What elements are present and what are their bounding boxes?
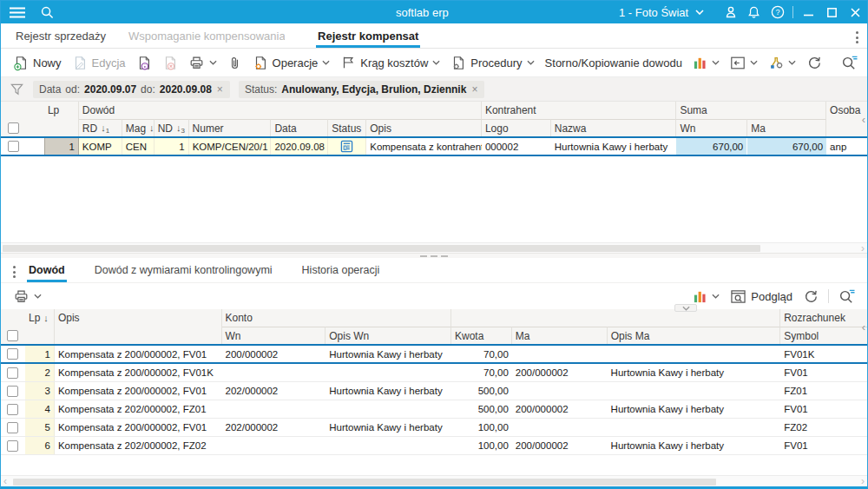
cell-konto-ma: 200/000002 xyxy=(512,400,608,418)
new-button[interactable]: Nowy xyxy=(8,51,67,75)
column-group-dowod[interactable]: Dowód xyxy=(79,102,482,119)
row-checkbox[interactable] xyxy=(7,422,18,433)
edit-document-icon xyxy=(72,55,88,71)
column-header-status[interactable]: Status xyxy=(328,119,366,136)
column-header-mag[interactable]: Mag↓2 xyxy=(122,119,155,136)
detail-grid-hscrollbar[interactable]: ‹ › xyxy=(1,475,867,486)
tabbar-overflow-menu[interactable] xyxy=(854,30,860,45)
refresh-button[interactable] xyxy=(801,51,827,74)
column-header-nazwa[interactable]: Nazwa xyxy=(551,119,677,136)
printer-icon xyxy=(188,55,205,70)
entry-row[interactable]: 1 Kompensata z 200/000002, FV01 200/0000… xyxy=(1,344,867,364)
cell-opis-ma: Hurtownia Kawy i herbaty xyxy=(608,437,781,454)
cell-konto-ma xyxy=(512,346,608,362)
filter-chip-data[interactable]: Data od: 2020.09.07 do: 2020.09.08 × xyxy=(33,81,230,98)
view-settings-button[interactable] xyxy=(763,51,801,74)
column-header-konto-wn[interactable]: Wn xyxy=(222,327,326,344)
column-group-kontrahent[interactable]: Kontrahent xyxy=(482,102,677,119)
documents-grid-hscrollbar[interactable]: › xyxy=(1,242,867,253)
column-group-suma[interactable]: Suma xyxy=(676,102,826,119)
company-selector[interactable]: 1 - Foto Świat xyxy=(619,6,704,19)
detail-search-button[interactable] xyxy=(833,285,860,307)
entry-row[interactable]: 2 Kompensata z 200/000002, FV01K 70,00 2… xyxy=(1,364,867,382)
user-icon[interactable] xyxy=(719,1,742,23)
column-header-kwota[interactable]: Kwota xyxy=(451,327,512,344)
document-delete-button[interactable] xyxy=(157,51,183,75)
column-header-lp[interactable]: Lp xyxy=(44,102,79,119)
detail-tab-menu[interactable] xyxy=(11,264,17,280)
operations-button[interactable]: Operacje xyxy=(247,51,336,75)
tab-dowod[interactable]: Dowód xyxy=(27,258,67,282)
preview-button[interactable]: Podgląd xyxy=(725,286,798,307)
tab-dowod-wymiary[interactable]: Dowód z wymiarami kontrolingowymi xyxy=(93,258,274,282)
procedures-button[interactable]: Procedury xyxy=(445,51,539,75)
tab-rejestr-sprzedazy[interactable]: Rejestr sprzedaży xyxy=(14,23,108,48)
chevron-down-icon xyxy=(432,60,440,65)
tab-wspomaganie-kompensowania[interactable]: Wspomaganie kompensowania rozrach xyxy=(127,23,285,48)
entry-row[interactable]: 5 Kompensata z 200/000002, FV01 202/0000… xyxy=(1,419,867,437)
header-collapse-chevron[interactable]: ‹ xyxy=(862,113,865,126)
select-all-checkbox[interactable] xyxy=(7,330,18,341)
cell-lp: 6 xyxy=(25,437,55,454)
filter-chip-remove-icon[interactable]: × xyxy=(470,83,478,96)
close-button[interactable] xyxy=(844,1,867,23)
storno-button[interactable]: Storno/Kopiowanie dowodu xyxy=(540,53,687,73)
column-header-lp[interactable]: Lp↓ xyxy=(25,309,55,327)
column-header-logo[interactable]: Logo xyxy=(482,119,551,136)
scroll-right-chevron[interactable]: › xyxy=(861,242,865,254)
column-header-nd[interactable]: ND↓3 xyxy=(155,119,189,136)
document-info-button[interactable] xyxy=(131,51,157,75)
row-checkbox[interactable] xyxy=(7,348,18,360)
column-header-opis-ma[interactable]: Opis Ma xyxy=(608,327,781,344)
column-header-numer[interactable]: Numer xyxy=(189,119,272,136)
column-header-opis-wn[interactable]: Opis Wn xyxy=(326,327,451,344)
search-icon[interactable] xyxy=(41,6,54,19)
document-row[interactable]: 1 KOMP CEN 1 KOMP/CEN/20/1 2020.09.08 Ko… xyxy=(1,136,867,156)
row-checkbox[interactable] xyxy=(7,440,18,452)
tab-rejestr-kompensat[interactable]: Rejestr kompensat xyxy=(316,23,420,48)
row-checkbox[interactable] xyxy=(8,141,19,152)
column-header-ma[interactable]: Ma xyxy=(747,119,826,136)
header-collapse-chevron[interactable]: ‹ xyxy=(862,320,865,334)
entry-row[interactable]: 6 Kompensata z 202/000002, FZ02 100,00 2… xyxy=(1,437,867,455)
tab-historia-operacji[interactable]: Historia operacji xyxy=(300,258,382,282)
column-header-wn[interactable]: Wn xyxy=(676,119,747,136)
filter-chip-status[interactable]: Status: Anulowany, Edycja, Brulion, Dzie… xyxy=(239,81,485,98)
column-header-symbol[interactable]: Symbol xyxy=(780,327,867,344)
maximize-button[interactable] xyxy=(820,1,844,23)
row-checkbox[interactable] xyxy=(7,404,18,415)
notifications-bell-icon[interactable] xyxy=(742,1,766,23)
minimize-button[interactable] xyxy=(797,1,820,23)
select-all-checkbox[interactable] xyxy=(8,122,19,134)
column-group-konto[interactable]: Konto xyxy=(222,309,451,327)
help-icon[interactable]: ? xyxy=(766,1,789,23)
hamburger-menu-icon[interactable] xyxy=(10,7,25,18)
entry-row[interactable]: 3 Kompensata z 200/000002, FV01 202/0000… xyxy=(1,382,867,400)
cell-numer: KOMP/CEN/20/1 xyxy=(189,138,272,155)
scrollbar-thumb[interactable] xyxy=(13,479,716,486)
panel-expand-chevron[interactable] xyxy=(674,304,697,312)
scrollbar-thumb[interactable] xyxy=(3,245,760,252)
attachment-button[interactable] xyxy=(222,51,247,75)
column-header-ma[interactable]: Ma xyxy=(512,327,608,344)
column-header-data[interactable]: Data xyxy=(271,119,328,136)
column-header-opis[interactable]: Opis xyxy=(55,309,222,327)
detail-refresh-button[interactable] xyxy=(798,285,824,307)
row-checkbox[interactable] xyxy=(7,386,18,397)
column-header-opis[interactable]: Opis xyxy=(366,119,482,136)
chart-view-button[interactable] xyxy=(687,52,725,74)
edit-button[interactable]: Edycja xyxy=(67,51,131,75)
column-group-rozrachunek[interactable]: Rozrachunek xyxy=(780,309,867,327)
panel-layout-button[interactable] xyxy=(725,52,763,74)
detail-print-button[interactable] xyxy=(8,285,47,307)
filter-chip-remove-icon[interactable]: × xyxy=(216,83,224,96)
scroll-right-chevron[interactable]: › xyxy=(861,475,865,487)
scroll-left-chevron[interactable]: ‹ xyxy=(3,475,7,487)
krag-kosztow-button[interactable]: Krąg kosztów xyxy=(335,51,445,74)
row-checkbox[interactable] xyxy=(7,367,18,379)
cell-opis: Kompensata z kontrahente xyxy=(366,138,482,155)
print-button[interactable] xyxy=(183,51,222,74)
column-header-rd[interactable]: RD↓1 xyxy=(79,119,122,136)
search-filter-button[interactable] xyxy=(836,51,863,74)
entry-row[interactable]: 4 Kompensata z 202/000002, FZ01 500,00 2… xyxy=(1,400,867,419)
